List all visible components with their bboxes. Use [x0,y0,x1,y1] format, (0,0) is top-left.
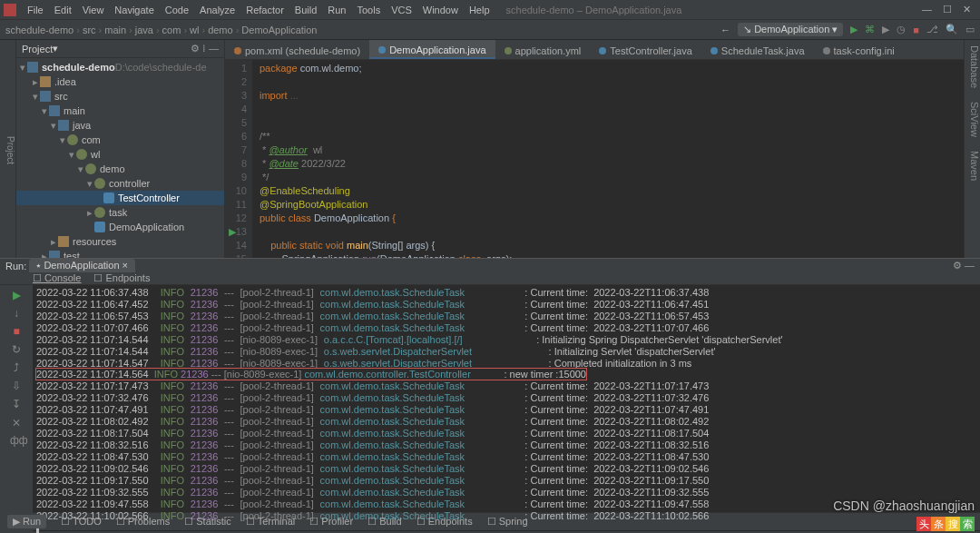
bottom-tab-todo[interactable]: ☐ TODO [61,516,101,528]
crumb[interactable]: wl [190,25,199,35]
minimize-icon[interactable]: — [922,4,932,15]
run-action-icon[interactable]: ■ [10,325,23,338]
debug-icon[interactable]: ⌘ [865,24,875,35]
settings-icon[interactable]: ▭ [965,24,975,35]
tree-node[interactable]: ▾demo [16,162,224,176]
run-action-icon[interactable]: ▶ [10,289,23,301]
search-icon[interactable]: 🔍 [946,24,958,35]
gutter[interactable]: 123456789101112▶13141516171819 [225,60,252,258]
crumb[interactable]: java [135,25,153,35]
bottom-tab-statistic[interactable]: ☐ Statistic [184,516,231,528]
run-action-icon[interactable]: ↓ [10,307,23,320]
run-action-icon[interactable]: ⤴ [10,361,23,374]
menu-build[interactable]: Build [289,5,322,15]
run-side-toolbar: ▶↓■↻⤴⇩↧⨯фф [0,285,33,533]
bottom-tab-profiler[interactable]: ☐ Profiler [309,516,353,528]
crumb[interactable]: main [104,25,126,35]
code-editor[interactable]: 123456789101112▶13141516171819 package c… [225,60,964,258]
bottom-tab-spring[interactable]: ☐ Spring [487,516,528,528]
editor-tab[interactable]: task-config.ini [814,40,904,59]
run-action-icon[interactable]: ↧ [10,398,23,410]
stop-icon[interactable]: ■ [913,25,919,35]
run-header: Run: ⭑ DemoApplication × ⚙ — [0,259,980,272]
run-action-icon[interactable]: фф [10,434,23,447]
tree-node[interactable]: ▸task [16,205,224,220]
run-tab[interactable]: ⭑ DemoApplication × [29,259,135,272]
editor-tabs: pom.xml (schedule-demo)DemoApplication.j… [225,40,964,60]
tree-node[interactable]: ▸test [16,249,224,258]
filetype-icon [710,47,718,54]
filetype-icon [823,47,830,54]
menu-analyze[interactable]: Analyze [194,5,240,15]
run-config-selector[interactable]: ↘ DemoApplication ▾ [738,23,843,36]
crumb[interactable]: src [83,25,96,35]
tree-node[interactable]: ▾wl [16,147,224,162]
run-subtab[interactable]: ☐ Endpoints [93,272,150,284]
editor-area: pom.xml (schedule-demo)DemoApplication.j… [225,40,964,258]
menu-vcs[interactable]: VCS [386,5,417,15]
tree-node[interactable]: TestController [16,191,224,205]
editor-tab[interactable]: ScheduleTask.java [701,40,814,59]
tree-node[interactable]: ▾main [16,104,224,118]
bottom-tab-endpoints[interactable]: ☐ Endpoints [416,516,473,528]
project-tool-window: Project ▾ ⚙ ⁞ — ▾schedule-demo D:\code\s… [16,40,225,258]
tree-node[interactable]: ▸.idea [16,74,224,89]
project-tree[interactable]: ▾schedule-demo D:\code\schedule-de▸.idea… [16,58,224,258]
menu-run[interactable]: Run [322,5,351,15]
profile-icon[interactable]: ◷ [897,24,906,35]
run-subtab[interactable]: ☐ Console [33,272,81,284]
editor-tab[interactable]: DemoApplication.java [369,40,495,59]
close-icon[interactable]: ✕ [963,4,971,15]
tree-root[interactable]: ▾schedule-demo D:\code\schedule-de [16,60,224,74]
editor-tab[interactable]: pom.xml (schedule-demo) [225,40,369,59]
menu-window[interactable]: Window [417,5,464,15]
tree-node[interactable]: DemoApplication [16,220,224,234]
run-settings-icon[interactable]: ⚙ — [953,260,975,271]
tree-node[interactable]: ▾controller [16,176,224,191]
coverage-icon[interactable]: ▶ [882,24,889,35]
bottom-tab-problems[interactable]: ☐ Problems [116,516,171,528]
left-stripe[interactable]: Project [0,40,16,258]
filetype-icon [378,46,386,54]
crumb[interactable]: schedule-demo [5,25,74,35]
right-stripe[interactable]: Database SciView Maven [964,40,980,258]
run-action-icon[interactable]: ⇩ [10,380,23,392]
menu-help[interactable]: Help [464,5,495,15]
menu-code[interactable]: Code [160,5,194,15]
main-area: Project Project ▾ ⚙ ⁞ — ▾schedule-demo D… [0,40,980,258]
crumb[interactable]: DemoApplication [241,25,317,35]
menu-tools[interactable]: Tools [351,5,386,15]
console-output[interactable]: 2022-03-22 11:06:37.438 INFO 21236 --- [… [33,285,980,533]
tree-node[interactable]: ▸resources [16,234,224,249]
project-header[interactable]: Project ▾ ⚙ ⁞ — [16,40,224,58]
run-title: Run: [5,261,26,271]
filetype-icon [599,47,606,54]
bottom-tab-build[interactable]: ☐ Build [368,516,402,528]
run-icon[interactable]: ▶ [850,24,858,35]
maximize-icon[interactable]: ☐ [943,4,952,15]
run-subtabs: ☐ Console☐ Endpoints [0,272,980,285]
run-action-icon[interactable]: ⨯ [10,416,23,429]
crumb[interactable]: demo [208,25,233,35]
menu-navigate[interactable]: Navigate [109,5,159,15]
menu-edit[interactable]: Edit [49,5,77,15]
crumb[interactable]: com [162,25,181,35]
git-icon[interactable]: ⎇ [926,24,938,35]
bottom-tab-terminal[interactable]: ☐ Terminal [246,516,295,528]
bottom-tab-run[interactable]: ▶ Run [7,515,46,528]
menu-view[interactable]: View [77,5,110,15]
back-icon[interactable]: ← [720,25,730,35]
menu-refactor[interactable]: Refactor [240,5,289,15]
tree-node[interactable]: ▾com [16,133,224,147]
tree-node[interactable]: ▾java [16,118,224,133]
tree-node[interactable]: ▾src [16,89,224,104]
run-action-icon[interactable]: ↻ [10,343,23,356]
project-settings-icon[interactable]: ⚙ ⁞ — [191,43,219,54]
menu-file[interactable]: File [22,5,49,15]
nav-toolbar: schedule-demo›src›main›java›com›wl›demo›… [0,20,980,40]
editor-tab[interactable]: application.yml [495,40,591,59]
window-title: schedule-demo – DemoApplication.java [506,5,682,15]
source[interactable]: package com.wl.demo; import ... /** * @a… [252,60,964,258]
editor-tab[interactable]: TestController.java [590,40,701,59]
window-controls: — ☐ ✕ [922,4,976,15]
